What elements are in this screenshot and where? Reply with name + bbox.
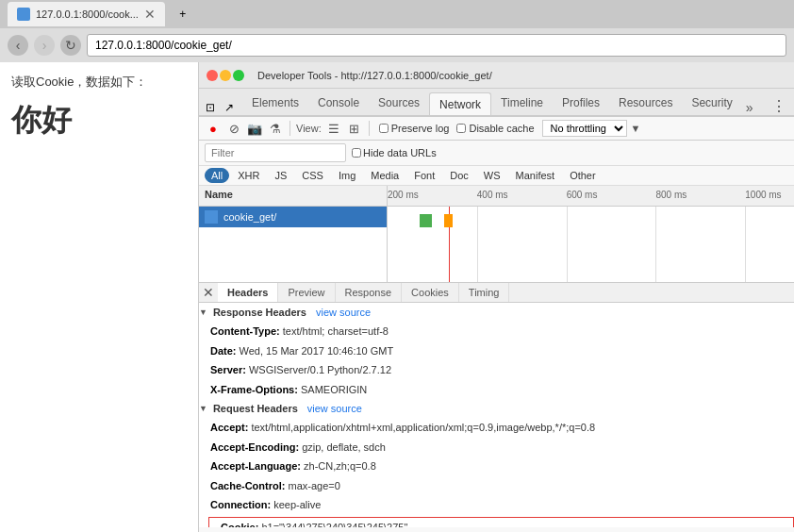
type-filter-img[interactable]: Img <box>332 168 362 183</box>
filter-bar: Hide data URLs <box>199 141 794 166</box>
maximize-circle[interactable] <box>233 70 244 81</box>
network-list-area: cookie_get/ <box>199 207 794 282</box>
tick-200ms: 200 ms <box>388 190 419 200</box>
browser-chrome: 127.0.0.1:8000/cook... ✕ + ‹ › ↻ <box>0 0 794 62</box>
minimize-circle[interactable] <box>220 70 231 81</box>
details-panel: ✕ Headers Preview Response Cookies Timin… <box>199 282 794 527</box>
devtools-menu-button[interactable]: ⋮ <box>768 97 790 115</box>
tab-timeline[interactable]: Timeline <box>491 91 553 115</box>
main-layout: 读取Cookie，数据如下： 你好 Developer Tools - http… <box>0 62 794 532</box>
request-headers-section[interactable]: ▼ Request Headers view source <box>199 399 794 418</box>
disable-cache-checkbox[interactable]: Disable cache <box>456 123 534 134</box>
devtools-title: Developer Tools - http://127.0.0.1:8000/… <box>257 70 786 81</box>
request-header-cache-control: Cache-Control: max-age=0 <box>199 476 794 496</box>
details-tabs: ✕ Headers Preview Response Cookies Timin… <box>199 283 794 303</box>
devtools-title-bar: Developer Tools - http://127.0.0.1:8000/… <box>199 62 794 89</box>
type-filter-js[interactable]: JS <box>268 168 293 183</box>
network-body: cookie_get/ <box>199 207 794 532</box>
page-heading: 你好 <box>11 100 187 141</box>
details-close-button[interactable]: ✕ <box>199 283 218 302</box>
devtools-panel: Developer Tools - http://127.0.0.1:8000/… <box>198 62 794 532</box>
grid-line-4 <box>745 207 746 282</box>
page-text: 读取Cookie，数据如下： <box>11 74 187 91</box>
throttle-select[interactable]: No throttling <box>542 120 627 137</box>
request-header-connection: Connection: keep-alive <box>199 495 794 515</box>
type-filter-xhr[interactable]: XHR <box>231 168 266 183</box>
details-tab-headers[interactable]: Headers <box>218 283 278 302</box>
network-graph <box>388 207 794 282</box>
tick-400ms: 400 ms <box>477 190 508 200</box>
request-headers-label: Request Headers <box>213 403 298 414</box>
timeline-header: Name 200 ms 400 ms 600 ms 800 ms 1000 ms <box>199 186 794 207</box>
hide-data-urls-checkbox[interactable]: Hide data URLs <box>352 147 437 158</box>
tab-resources[interactable]: Resources <box>609 91 682 115</box>
type-filter-manifest[interactable]: Manifest <box>509 168 562 183</box>
camera-button[interactable]: 📷 <box>246 120 263 137</box>
details-tab-preview[interactable]: Preview <box>278 283 335 302</box>
network-toolbar: ● ⊘ 📷 ⚗ View: ☰ ⊞ Preserve log Disable c… <box>199 117 794 141</box>
filter-input[interactable] <box>205 143 346 162</box>
type-filters: All XHR JS CSS Img Media Font Doc WS Man… <box>199 166 794 186</box>
close-circle[interactable] <box>207 70 218 81</box>
network-bar-orange <box>444 214 453 227</box>
filter-button[interactable]: ⚗ <box>267 120 284 137</box>
type-filter-css[interactable]: CSS <box>295 168 330 183</box>
separator <box>289 121 290 136</box>
tab-profiles[interactable]: Profiles <box>553 91 609 115</box>
type-filter-all[interactable]: All <box>205 168 229 183</box>
details-tab-response[interactable]: Response <box>336 283 403 302</box>
type-filter-doc[interactable]: Doc <box>443 168 475 183</box>
type-filter-ws[interactable]: WS <box>477 168 507 183</box>
network-item-cookie-get[interactable]: cookie_get/ <box>199 207 387 227</box>
back-button[interactable]: ‹ <box>8 35 28 56</box>
network-item-icon <box>205 210 218 224</box>
preserve-log-checkbox[interactable]: Preserve log <box>379 123 450 134</box>
timeline-graph-header: 200 ms 400 ms 600 ms 800 ms 1000 ms <box>388 186 794 206</box>
request-header-accept: Accept: text/html,application/xhtml+xml,… <box>199 418 794 438</box>
tab-close-button[interactable]: ✕ <box>144 7 156 22</box>
tab-security[interactable]: Security <box>682 91 741 115</box>
devtools-dock-icon[interactable]: ⊡ <box>203 100 218 115</box>
response-header-server: Server: WSGIServer/0.1 Python/2.7.12 <box>199 360 794 380</box>
address-bar[interactable] <box>87 34 786 57</box>
more-tabs-button[interactable]: » <box>742 100 757 115</box>
type-filter-font[interactable]: Font <box>407 168 441 183</box>
type-filter-other[interactable]: Other <box>563 168 603 183</box>
devtools-cursor-icon[interactable]: ↗ <box>222 100 237 115</box>
response-headers-label: Response Headers <box>213 307 306 318</box>
network-bar-green <box>420 214 432 227</box>
details-scroll-area[interactable]: ▼ Response Headers view source Content-T… <box>199 303 794 527</box>
browser-tab[interactable]: 127.0.0.1:8000/cook... ✕ <box>8 2 165 26</box>
details-tab-cookies[interactable]: Cookies <box>402 283 459 302</box>
grid-line-1 <box>477 207 478 282</box>
tab-network[interactable]: Network <box>429 92 491 117</box>
request-header-accept-language: Accept-Language: zh-CN,zh;q=0.8 <box>199 457 794 476</box>
details-tab-timing[interactable]: Timing <box>459 283 510 302</box>
view-label: View: <box>296 123 322 134</box>
request-view-source-link[interactable]: view source <box>307 403 362 414</box>
type-filter-media[interactable]: Media <box>364 168 405 183</box>
request-header-cookie: Cookie: h1="\344\275\240\345\245\275" <box>208 517 794 528</box>
view-large-button[interactable]: ⊞ <box>346 120 363 137</box>
refresh-button[interactable]: ↻ <box>60 35 81 56</box>
tab-elements[interactable]: Elements <box>242 91 308 115</box>
response-view-source-link[interactable]: view source <box>316 307 371 318</box>
response-header-content-type: Content-Type: text/html; charset=utf-8 <box>199 322 794 341</box>
network-item-name: cookie_get/ <box>223 211 381 223</box>
page-content: 读取Cookie，数据如下： 你好 <box>0 62 198 532</box>
tab-sources[interactable]: Sources <box>369 91 429 115</box>
throttle-arrow[interactable]: ▼ <box>631 123 641 134</box>
grid-line-3 <box>655 207 656 282</box>
devtools-tabs: ⊡ ↗ Elements Console Sources Network Tim… <box>199 89 794 117</box>
forward-button[interactable]: › <box>34 35 55 56</box>
tick-1000ms: 1000 ms <box>745 190 781 200</box>
new-tab-button[interactable]: + <box>169 3 197 25</box>
record-button[interactable]: ● <box>205 120 222 137</box>
tab-bar: 127.0.0.1:8000/cook... ✕ + <box>0 0 794 28</box>
clear-button[interactable]: ⊘ <box>225 120 242 137</box>
view-list-button[interactable]: ☰ <box>325 120 342 137</box>
response-headers-section[interactable]: ▼ Response Headers view source <box>199 303 794 322</box>
tab-console[interactable]: Console <box>308 91 369 115</box>
devtools-window-controls <box>207 70 244 81</box>
network-list: cookie_get/ <box>199 207 388 282</box>
